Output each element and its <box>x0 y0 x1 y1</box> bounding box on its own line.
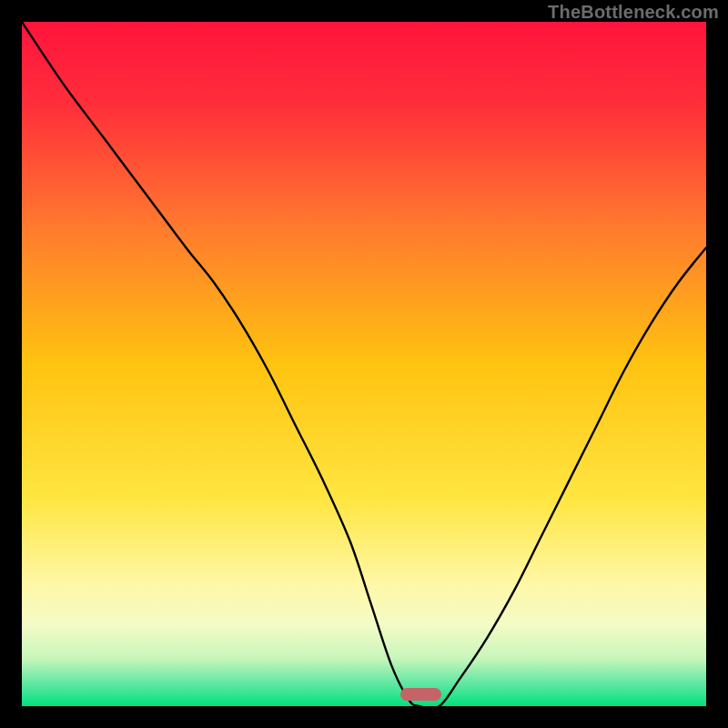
plot-area <box>22 22 706 706</box>
optimal-range-marker <box>400 688 441 701</box>
bottleneck-curve <box>22 22 706 706</box>
watermark-text: TheBottleneck.com <box>548 2 719 23</box>
chart-frame: TheBottleneck.com <box>0 0 728 728</box>
